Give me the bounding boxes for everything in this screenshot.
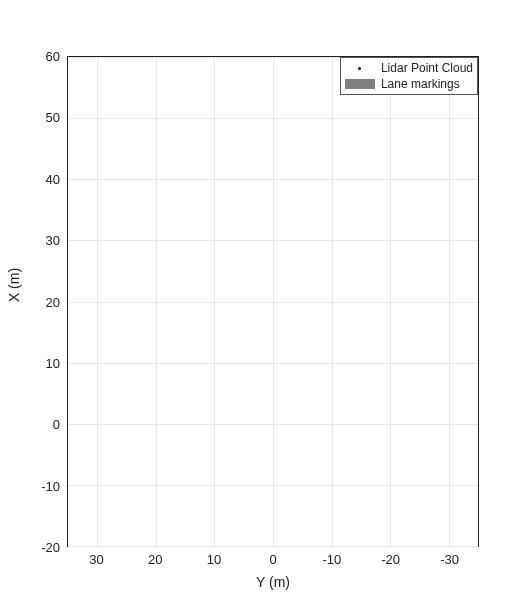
grid-line (68, 118, 478, 119)
grid-line (68, 363, 478, 364)
legend-marker-dot (345, 61, 375, 75)
legend-label: Lidar Point Cloud (381, 61, 473, 75)
grid-line (68, 302, 478, 303)
x-tick-label: 10 (207, 552, 221, 567)
plot-area[interactable] (67, 56, 479, 547)
y-tick-label: 10 (20, 355, 60, 370)
y-tick-label: 30 (20, 233, 60, 248)
grid-line (68, 546, 478, 547)
grid-line (68, 240, 478, 241)
x-tick-label: 0 (269, 552, 276, 567)
x-tick-label: -30 (440, 552, 459, 567)
y-tick-label: 60 (20, 49, 60, 64)
grid-line (68, 424, 478, 425)
y-tick-label: 20 (20, 294, 60, 309)
y-axis-label: X (m) (6, 255, 22, 315)
grid-line (68, 179, 478, 180)
legend-entry[interactable]: Lidar Point Cloud (345, 60, 473, 76)
y-tick-label: 0 (20, 417, 60, 432)
legend-entry[interactable]: Lane markings (345, 76, 473, 92)
x-axis-label: Y (m) (67, 574, 479, 590)
x-tick-label: -10 (322, 552, 341, 567)
x-tick-label: -20 (381, 552, 400, 567)
y-tick-label: 50 (20, 110, 60, 125)
y-tick-label: -20 (20, 540, 60, 555)
y-tick-label: 40 (20, 171, 60, 186)
figure: 30 20 10 0 -10 -20 -30 -20 -10 0 10 20 3… (0, 0, 512, 614)
legend[interactable]: Lidar Point Cloud Lane markings (340, 57, 478, 95)
legend-label: Lane markings (381, 77, 460, 91)
grid-line (68, 485, 478, 486)
legend-marker-bar (345, 77, 375, 91)
y-tick-label: -10 (20, 478, 60, 493)
x-tick-label: 20 (148, 552, 162, 567)
x-tick-label: 30 (89, 552, 103, 567)
